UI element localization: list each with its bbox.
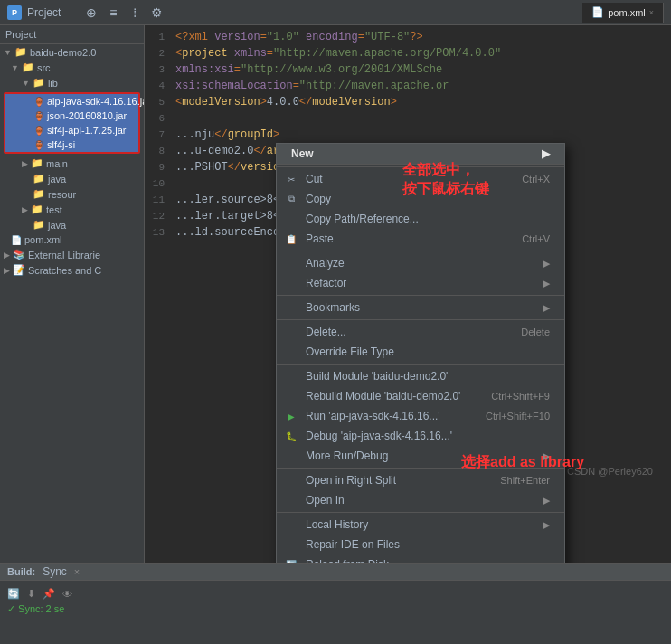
menu-item-run[interactable]: ▶ Run 'aip-java-sdk-4.16.16...' Ctrl+Shi… bbox=[277, 406, 564, 426]
tree-item-src[interactable]: ▼ 📁 src bbox=[0, 60, 144, 75]
more-run-icon bbox=[284, 449, 298, 463]
menu-cut-shortcut: Ctrl+X bbox=[522, 174, 550, 185]
menu-item-reload[interactable]: 🔄 Reload from Disk bbox=[277, 554, 564, 563]
menu-repair-ide-label: Repair IDE on Files bbox=[306, 538, 550, 551]
bottom-panel: Build: Sync × 🔄 ⬇ 📌 👁 ✓ Sync: 2 se bbox=[0, 563, 671, 644]
tree-item-jar1[interactable]: 🏺 aip-java-sdk-4.16.16.jar bbox=[5, 94, 138, 109]
menu-item-rebuild-module[interactable]: Rebuild Module 'baidu-demo2.0' Ctrl+Shif… bbox=[277, 386, 564, 406]
menu-separator bbox=[277, 468, 564, 469]
menu-debug-label: Debug 'aip-java-sdk-4.16.16...' bbox=[306, 430, 550, 442]
editor-area[interactable]: 1 <?xml version="1.0" encoding="UTF-8"?>… bbox=[145, 25, 671, 563]
menu-item-override-file-type[interactable]: Override File Type bbox=[277, 342, 564, 362]
tree-label: slf4j-api-1.7.25.jar bbox=[47, 125, 126, 136]
menu-cut-label: Cut bbox=[306, 173, 507, 185]
menu-override-label: Override File Type bbox=[306, 346, 550, 358]
sync-eye-icon[interactable]: 👁 bbox=[62, 589, 72, 600]
more-icon[interactable]: ⁞ bbox=[128, 5, 142, 20]
tree-label: Scratches and C bbox=[28, 265, 101, 276]
menu-item-analyze[interactable]: Analyze ▶ bbox=[277, 253, 564, 273]
menu-separator bbox=[277, 251, 564, 251]
menu-delete-shortcut: Delete bbox=[521, 327, 550, 337]
analyze-icon bbox=[284, 256, 298, 270]
paste-icon: 📋 bbox=[284, 232, 298, 246]
menu-item-more-run[interactable]: More Run/Debug ▶ bbox=[277, 446, 564, 466]
list-icon[interactable]: ≡ bbox=[106, 5, 120, 20]
editor-line: 4 xsi:schemaLocation="http://maven.apach… bbox=[145, 78, 671, 94]
sidebar: Project ▼ 📁 baidu-demo2.0 ▼ 📁 src ▼ 📁 li… bbox=[0, 25, 145, 563]
tree-item-external-libs[interactable]: ▶ 📚 External Librarie bbox=[0, 247, 144, 262]
menu-run-shortcut: Ctrl+Shift+F10 bbox=[486, 411, 550, 421]
menu-new-header[interactable]: New ▶ bbox=[277, 144, 564, 165]
menu-item-delete[interactable]: Delete... Delete bbox=[277, 322, 564, 342]
tree-item-project[interactable]: ▼ 📁 baidu-demo2.0 bbox=[0, 44, 144, 60]
tree-item-scratches[interactable]: ▶ 📝 Scratches and C bbox=[0, 262, 144, 278]
tree-item-resources[interactable]: 📁 resour bbox=[0, 186, 144, 202]
tree-item-java-test[interactable]: 📁 java bbox=[0, 217, 144, 232]
bottom-close[interactable]: × bbox=[74, 566, 80, 577]
scratches-icon: 📝 bbox=[13, 264, 25, 276]
expand-arrow: ▶ bbox=[4, 251, 10, 260]
menu-item-open-split[interactable]: Open in Right Split Shift+Enter bbox=[277, 470, 564, 490]
menu-item-refactor[interactable]: Refactor ▶ bbox=[277, 273, 564, 293]
menu-separator bbox=[277, 319, 564, 320]
menu-paste-shortcut: Ctrl+V bbox=[522, 233, 550, 244]
jar-icon: 🏺 bbox=[33, 111, 44, 121]
menu-item-open-in[interactable]: Open In ▶ bbox=[277, 490, 564, 510]
title-bar-left: P Project ⊕ ≡ ⁞ ⚙ bbox=[7, 5, 164, 20]
override-icon bbox=[284, 345, 298, 359]
bottom-build-title: Build: bbox=[7, 566, 35, 577]
expand-arrow: ▼ bbox=[4, 48, 12, 57]
tab-close-button[interactable]: × bbox=[649, 8, 654, 17]
tab-pom-xml[interactable]: 📄 pom.xml × bbox=[582, 3, 664, 23]
menu-item-paste[interactable]: 📋 Paste Ctrl+V bbox=[277, 229, 564, 249]
sidebar-header: Project bbox=[0, 25, 144, 44]
menu-item-copy[interactable]: ⧉ Copy bbox=[277, 189, 564, 209]
menu-item-local-history[interactable]: Local History ▶ bbox=[277, 515, 564, 535]
menu-item-bookmarks[interactable]: Bookmarks ▶ bbox=[277, 298, 564, 317]
tree-item-jar3[interactable]: 🏺 slf4j-api-1.7.25.jar bbox=[5, 123, 138, 137]
open-in-arrow: ▶ bbox=[543, 495, 550, 507]
sync-refresh-icon[interactable]: 🔄 bbox=[7, 588, 20, 600]
tree-item-lib[interactable]: ▼ 📁 lib bbox=[0, 75, 144, 90]
tree-item-pom[interactable]: 📄 pom.xml bbox=[0, 232, 144, 247]
menu-item-build-module[interactable]: Build Module 'baidu-demo2.0' bbox=[277, 366, 564, 386]
menu-item-copy-path[interactable]: Copy Path/Reference... bbox=[277, 209, 564, 229]
expand-arrow: ▶ bbox=[4, 266, 10, 275]
sync-status-text: ✓ Sync: 2 se bbox=[7, 603, 664, 615]
tree-label: java bbox=[48, 220, 66, 231]
menu-item-cut[interactable]: ✂ Cut Ctrl+X bbox=[277, 169, 564, 189]
settings-icon[interactable]: ⚙ bbox=[149, 5, 164, 20]
sync-download-icon[interactable]: ⬇ bbox=[27, 588, 35, 600]
menu-new-arrow: ▶ bbox=[542, 147, 550, 160]
editor-line: 3 xmlns:xsi="http://www.w3.org/2001/XMLS… bbox=[145, 62, 671, 78]
tree-item-java-main[interactable]: 📁 java bbox=[0, 171, 144, 186]
tree-item-test[interactable]: ▶ 📁 test bbox=[0, 202, 144, 217]
title-text: Project bbox=[27, 6, 61, 19]
ide-container: P Project ⊕ ≡ ⁞ ⚙ 📄 pom.xml × Project bbox=[0, 0, 671, 644]
bottom-sync-label[interactable]: Sync bbox=[43, 565, 67, 578]
analyze-arrow: ▶ bbox=[543, 258, 550, 270]
navigate-icon[interactable]: ⊕ bbox=[84, 5, 99, 20]
menu-build-label: Build Module 'baidu-demo2.0' bbox=[306, 370, 550, 383]
java-folder-icon: 📁 bbox=[33, 219, 45, 231]
tree-item-jar2[interactable]: 🏺 json-20160810.jar bbox=[5, 109, 138, 123]
repair-icon bbox=[284, 537, 298, 552]
history-icon bbox=[284, 517, 298, 532]
rebuild-icon bbox=[284, 389, 298, 403]
lib-folder-icon: 📁 bbox=[33, 77, 45, 89]
tree-item-jar4[interactable]: 🏺 slf4j-si bbox=[5, 137, 138, 152]
main-area: Project ▼ 📁 baidu-demo2.0 ▼ 📁 src ▼ 📁 li… bbox=[0, 25, 671, 563]
sync-pin-icon[interactable]: 📌 bbox=[43, 588, 55, 600]
tree-item-main[interactable]: ▶ 📁 main bbox=[0, 156, 144, 171]
menu-separator bbox=[277, 295, 564, 296]
refactor-icon bbox=[284, 276, 298, 290]
menu-item-repair-ide[interactable]: Repair IDE on Files bbox=[277, 535, 564, 554]
expand-arrow: ▶ bbox=[22, 205, 28, 214]
menu-copy-path-label: Copy Path/Reference... bbox=[306, 213, 550, 225]
tab-label: pom.xml bbox=[608, 7, 646, 18]
watermark: CSDN @Perley620 bbox=[567, 466, 653, 477]
copy-icon: ⧉ bbox=[284, 192, 298, 206]
cut-icon: ✂ bbox=[284, 172, 298, 186]
expand-arrow: ▶ bbox=[22, 159, 28, 168]
menu-item-debug[interactable]: 🐛 Debug 'aip-java-sdk-4.16.16...' bbox=[277, 426, 564, 446]
